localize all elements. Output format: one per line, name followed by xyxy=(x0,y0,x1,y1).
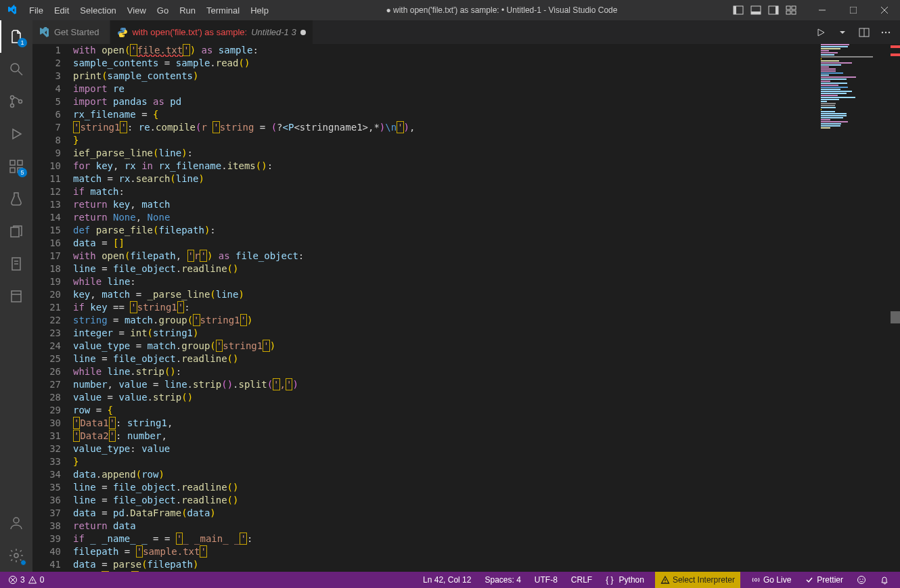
python-icon xyxy=(117,27,128,38)
status-prettier[interactable]: Prettier xyxy=(802,572,846,588)
close-button[interactable] xyxy=(869,0,900,20)
editor-body[interactable]: 1234567891011121314151617181920212223242… xyxy=(32,44,900,572)
toggle-panel-icon[interactable] xyxy=(747,0,765,20)
run-file-icon[interactable] xyxy=(813,25,828,40)
svg-point-45 xyxy=(862,579,863,580)
editor-actions xyxy=(813,20,900,44)
svg-point-42 xyxy=(755,579,757,581)
titlebar: File Edit Selection View Go Run Terminal… xyxy=(0,0,900,20)
vertical-scrollbar[interactable] xyxy=(891,44,900,572)
menu-file[interactable]: File xyxy=(24,0,49,20)
status-feedback-icon[interactable] xyxy=(854,572,869,588)
svg-point-14 xyxy=(11,64,19,72)
status-spaces[interactable]: Spaces: 4 xyxy=(482,572,523,588)
menu-selection[interactable]: Selection xyxy=(74,0,121,20)
menu-help[interactable]: Help xyxy=(245,0,274,20)
vscode-icon xyxy=(39,27,50,38)
menu-go[interactable]: Go xyxy=(152,0,174,20)
svg-rect-9 xyxy=(792,11,796,14)
status-interpreter-warning[interactable]: Select Interpreter xyxy=(655,572,740,588)
tab-label: with open('file.txt') as sample: xyxy=(132,27,247,37)
svg-point-34 xyxy=(885,31,886,32)
explorer-icon[interactable]: 1 xyxy=(0,20,32,53)
scroll-error-marker xyxy=(891,53,900,56)
status-eol[interactable]: CRLF xyxy=(568,572,595,588)
customize-layout-icon[interactable] xyxy=(782,0,800,20)
svg-rect-8 xyxy=(786,11,790,14)
tab-python-file[interactable]: with open('file.txt') as sample: Untitle… xyxy=(110,20,313,44)
window-title: ● with open('file.txt') as sample: • Unt… xyxy=(274,5,729,15)
svg-rect-6 xyxy=(786,6,790,9)
modified-indicator-icon xyxy=(300,30,306,35)
status-bell-icon[interactable] xyxy=(877,572,892,588)
menu-run[interactable]: Run xyxy=(174,0,201,20)
toggle-primary-sidebar-icon[interactable] xyxy=(729,0,747,20)
minimize-button[interactable] xyxy=(807,0,838,20)
svg-rect-22 xyxy=(18,160,22,165)
split-editor-icon[interactable] xyxy=(857,25,872,40)
minimap[interactable] xyxy=(819,44,900,572)
menu-edit[interactable]: Edit xyxy=(49,0,74,20)
line-number-gutter: 1234567891011121314151617181920212223242… xyxy=(32,44,73,572)
statusbar: 3 0 Ln 42, Col 12 Spaces: 4 UTF-8 CRLF {… xyxy=(0,572,900,588)
testing-icon[interactable] xyxy=(0,183,32,215)
extensions-badge: 5 xyxy=(18,168,27,177)
run-debug-icon[interactable] xyxy=(0,118,32,150)
svg-point-29 xyxy=(14,518,19,523)
accounts-icon[interactable] xyxy=(0,507,32,539)
svg-point-43 xyxy=(858,576,865,584)
svg-point-30 xyxy=(14,553,18,558)
editor-tabs: Get Started with open('file.txt') as sam… xyxy=(32,20,900,44)
menu-bar: File Edit Selection View Go Run Terminal… xyxy=(24,0,274,20)
references-icon[interactable] xyxy=(0,215,32,248)
svg-point-41 xyxy=(665,582,665,583)
svg-rect-7 xyxy=(792,6,796,9)
svg-rect-27 xyxy=(12,291,21,302)
svg-rect-5 xyxy=(775,6,778,14)
menu-view[interactable]: View xyxy=(122,0,152,20)
source-control-icon[interactable] xyxy=(0,85,32,118)
svg-line-15 xyxy=(18,71,22,75)
run-dropdown-icon[interactable] xyxy=(835,25,850,40)
tab-label: Get Started xyxy=(54,27,99,37)
project-icon[interactable] xyxy=(0,280,32,313)
svg-rect-1 xyxy=(734,6,736,14)
settings-sync-dot xyxy=(20,560,26,566)
status-problems[interactable]: 3 0 xyxy=(5,572,47,588)
svg-point-44 xyxy=(859,579,861,580)
svg-point-35 xyxy=(888,31,890,32)
status-position[interactable]: Ln 42, Col 12 xyxy=(420,572,474,588)
status-encoding[interactable]: UTF-8 xyxy=(532,572,560,588)
code-content[interactable]: with open('file.txt') as sample:sample_c… xyxy=(73,44,819,572)
maximize-button[interactable] xyxy=(838,0,869,20)
bookmarks-icon[interactable] xyxy=(0,248,32,280)
tab-description: Untitled-1 3 xyxy=(251,27,296,37)
errors-count: 3 xyxy=(20,575,25,585)
status-language[interactable]: { }Python xyxy=(603,572,647,588)
explorer-badge: 1 xyxy=(18,38,27,47)
search-icon[interactable] xyxy=(0,53,32,85)
svg-point-33 xyxy=(882,31,883,32)
scroll-error-marker xyxy=(891,45,900,48)
status-golive[interactable]: Go Live xyxy=(748,572,794,588)
extensions-icon[interactable]: 5 xyxy=(0,150,32,183)
more-actions-icon[interactable] xyxy=(878,25,893,40)
svg-rect-11 xyxy=(850,7,857,14)
svg-point-18 xyxy=(19,100,22,104)
window-controls xyxy=(807,0,900,20)
svg-rect-20 xyxy=(10,168,15,173)
svg-rect-23 xyxy=(11,227,19,237)
svg-rect-3 xyxy=(751,12,761,14)
scroll-thumb[interactable] xyxy=(891,311,900,323)
svg-rect-19 xyxy=(10,160,15,165)
settings-icon[interactable] xyxy=(0,539,32,572)
tab-get-started[interactable]: Get Started xyxy=(32,20,110,44)
warnings-count: 0 xyxy=(40,575,45,585)
svg-point-17 xyxy=(11,104,14,108)
toggle-secondary-sidebar-icon[interactable] xyxy=(765,0,782,20)
svg-point-16 xyxy=(11,96,14,99)
menu-terminal[interactable]: Terminal xyxy=(201,0,245,20)
layout-controls xyxy=(729,0,800,20)
vscode-logo-icon xyxy=(0,5,24,16)
activity-bar: 1 5 xyxy=(0,20,32,572)
